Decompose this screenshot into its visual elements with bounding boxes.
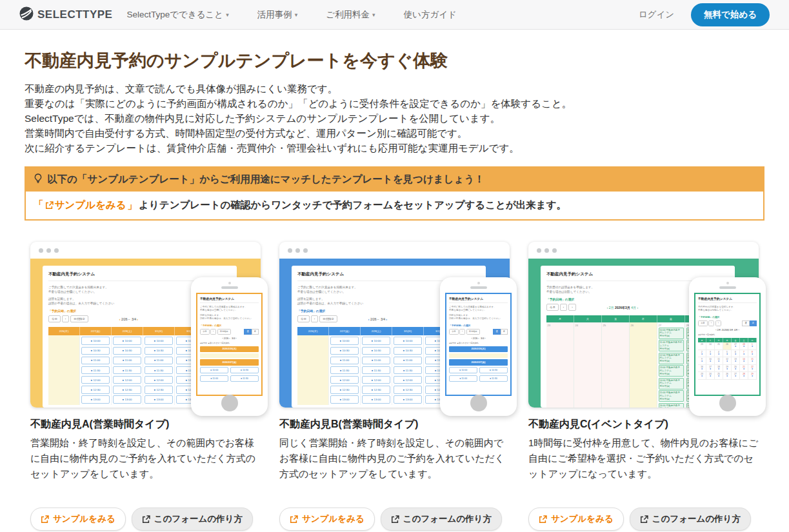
mockup-slot: ● 10:30 [145, 347, 173, 355]
mockup-cal-cell: 24 [574, 322, 602, 408]
mockup-sch-hc: 2/27(金) [80, 327, 112, 335]
window-dot-icon [303, 248, 308, 253]
mockup-sch-col [48, 335, 80, 404]
mockup-slot: ● 10:30 [113, 347, 141, 355]
phone-mockup-b: 不動産内見予約システム ご予約に際しての注意書きを掲載出来ます。 不要な場合は空… [440, 277, 517, 416]
mockup-pslot: ● 11:00 [200, 375, 228, 382]
mockup-cal-date: 26 [631, 324, 656, 327]
mockup-sch-col [297, 335, 329, 404]
mockup-mc-cell: 21● [740, 365, 748, 372]
mockup-slot: ● 12:30 [394, 386, 422, 394]
mockup-chip: 11:00 不動産内見予約システム受付中(●) [659, 340, 684, 351]
mockup-mc-cell: 26● [723, 372, 732, 379]
mockup-mc-dot: ● [740, 360, 748, 363]
mockup-cal-hc: 金 [657, 315, 685, 322]
mockup-mc-cell: 23● [698, 372, 706, 379]
window-dot-icon [537, 248, 541, 253]
mockup-chip: 12:00 不動産内見予約システム受付中(●) [659, 353, 684, 364]
mockup-chip-l2: 受付中(●) [660, 373, 683, 376]
mockup-mc-dot: ● [715, 360, 723, 363]
phone-camera-icon [228, 282, 231, 284]
phone-mockup-a: 不動産内見予約システム ご予約に際しての注意書きを掲載出来ます。 不要な場合は空… [191, 277, 268, 416]
phone-camera-icon [477, 282, 480, 284]
mockup-cal-cell: 23 [546, 322, 574, 408]
mockup-slot: ● 12:00 [394, 376, 422, 384]
selecttype-logo[interactable]: SELECTTYPE [19, 6, 112, 23]
mockup-mc-dot: ● [706, 375, 714, 378]
intro-line: SelectTypeでは、不動産の物件内見に対応した予約システムのサンプルテンプ… [25, 111, 764, 126]
mockup-sch-col: ● 10:00● 10:30● 11:00● 11:30● 12:00● 12:… [392, 335, 424, 404]
howto-button-b[interactable]: このフォームの作り方 [381, 507, 502, 531]
mockup-slot: ● 12:30 [330, 386, 359, 394]
mockup-chip-l1: 12:00 不動産内見予約システム [660, 354, 683, 360]
mockup-mc-dot: ● [723, 375, 731, 378]
external-link-icon [41, 515, 49, 524]
mockup-chip-l2: 受付中(●) [660, 335, 683, 338]
mockup-a: 不動産内見予約システム ご予約に際しての注意書きを掲載出来ます。 不要な場合は空… [30, 242, 261, 408]
mockup-mc-row: 16●17●18●19●20●21●22● [698, 365, 757, 372]
mockup-mc-cell: 16● [698, 365, 706, 372]
mockup-mc-dot: ● [715, 375, 723, 378]
mockup-slot: ● 12:00 [113, 376, 141, 384]
mockup-mc-cell: 25 [715, 342, 723, 350]
callout-sample-link[interactable]: 「サンプルをみる」 [34, 199, 137, 212]
nav-menu-item[interactable]: ご利用料金▾ [326, 9, 375, 21]
sample-button-b[interactable]: サンプルをみる [279, 507, 375, 531]
nav-menu-item[interactable]: 活用事例▾ [257, 9, 298, 21]
mockup-mc-hc: 土 [740, 338, 748, 343]
mockup-mc-dot: ● [715, 353, 723, 356]
howto-button-c[interactable]: このフォームの作り方 [630, 507, 751, 531]
mockup-slot: ● 13:00 [362, 395, 390, 404]
callout-header-text: 以下の「サンプルテンプレート」からご利用用途にマッチしたテンプレートを見つけまし… [47, 173, 484, 186]
mockup-pslot: ● 10:00 [449, 367, 477, 373]
selecttype-logo-text: SELECTTYPE [37, 8, 112, 21]
mockup-cal-date: 25 [603, 324, 628, 327]
mockup-chip-l2: 受付中(●) [660, 385, 683, 388]
mockup-mc-hc: 水 [715, 338, 723, 343]
mockup-slot: ● 11:00 [145, 357, 173, 365]
mockup-slot: ● 10:00 [362, 337, 390, 345]
mockup-chip: 13:00 不動産内見予約システム受付中(●) [659, 365, 684, 377]
mockup-sch-hc: 3/1(日) [143, 327, 175, 335]
window-dot-icon [54, 248, 59, 253]
nav-menu-item[interactable]: 使い方ガイド [404, 9, 459, 21]
login-link[interactable]: ログイン [639, 9, 674, 21]
mockup-chip-l1: 10:00 不動産内見予約システム [660, 329, 683, 335]
mockup-mc-dot: ● [732, 346, 739, 348]
mockup-mc-hc: 木 [723, 338, 732, 343]
mockup-slot: ● 13:00 [394, 395, 422, 404]
window-dot-icon [552, 248, 557, 253]
mockup-slot: ● 10:30 [81, 347, 110, 355]
mockup-chip: 15:00 不動産内見予約システム受付中(●) [659, 390, 684, 402]
mockup-chip-l2: 受付中(●) [660, 360, 683, 363]
external-link-icon [142, 515, 150, 524]
sample-button-a[interactable]: サンプルをみる [30, 507, 126, 531]
sample-button-c[interactable]: サンプルをみる [528, 507, 624, 531]
template-cards: 不動産内見予約システム ご予約に際しての注意書きを掲載出来ます。 不要な場合は空… [25, 242, 764, 531]
mockup-sch-col: ● 10:00● 10:30● 11:00● 11:30● 12:00● 12:… [143, 335, 175, 404]
mockup-mc-cell: 15● [748, 357, 757, 364]
phone-speaker-icon [470, 286, 487, 289]
start-free-button[interactable]: 無料で始める [691, 3, 770, 26]
howto-button-a[interactable]: このフォームの作り方 [132, 507, 253, 531]
mockup-mc-dot: ● [715, 368, 723, 371]
mockup-mc-cell: 9● [698, 357, 706, 364]
mockup-chip-l1: 11:00 不動産内見予約システム [660, 341, 683, 347]
mockup-slot: ● 10:30 [362, 347, 390, 355]
mockup-mc-dot: ● [698, 360, 706, 363]
mockup-mc-dot: ● [748, 353, 756, 356]
nav-menu-item[interactable]: SelectTypeでできること▾ [126, 9, 228, 21]
external-link-icon [640, 515, 648, 524]
mockup-slot: ● 12:30 [145, 386, 173, 394]
mockup-mc-dot: ● [748, 375, 756, 378]
mockup-slot: ● 11:30 [145, 366, 173, 375]
window-dot-icon [39, 248, 43, 253]
mockup-mc-dot: ● [748, 346, 756, 348]
callout-body-text: よりテンプレートの確認からワンタッチで予約フォームをセットアップすることが出来ま… [139, 199, 566, 212]
mockup-mc-cell: 11● [715, 357, 723, 364]
mockup-mc-cell: 1● [748, 342, 757, 350]
mockup-cal-cell: 2710:00 不動産内見予約システム受付中(●)11:00 不動産内見予約シス… [657, 322, 685, 408]
mockup-chip-l2: 受付中(●) [660, 348, 683, 351]
mockup-pslot: ● 10:00 [200, 367, 228, 373]
mockup-mc-dot: ● [706, 368, 714, 371]
